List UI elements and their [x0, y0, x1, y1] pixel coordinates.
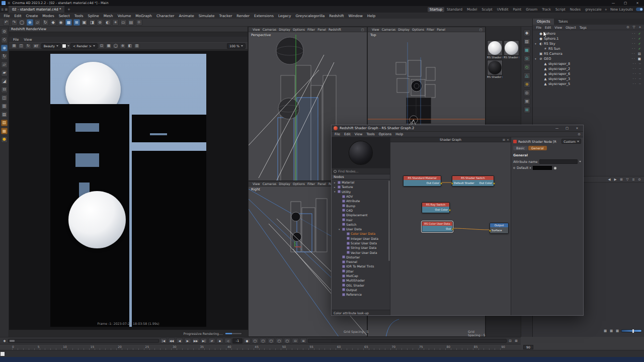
object-tree-row[interactable]: ☀ RS Sun ·· ✓: [533, 46, 644, 51]
object-header-icon[interactable]: +: [637, 25, 642, 30]
renderview-tool-icon[interactable]: ▥: [134, 43, 140, 49]
viewport-menu-item[interactable]: Panel: [436, 28, 447, 31]
menu-item[interactable]: Extensions: [252, 14, 276, 18]
frame-ruler[interactable]: 051015202530354045505560657075808590: [0, 344, 521, 350]
object-state-marks[interactable]: ✓: [638, 37, 641, 41]
layout-toggle[interactable]: [636, 8, 643, 11]
node-tree-item[interactable]: Bump: [332, 203, 390, 208]
shader-menu-item[interactable]: Help: [393, 132, 405, 136]
record-button[interactable]: ◯: [284, 338, 291, 343]
object-tree-row[interactable]: ▲ skyscraper_8 ·· ··: [533, 61, 644, 66]
menu-item[interactable]: Create: [24, 14, 40, 18]
expand-arrow-icon[interactable]: ▾: [339, 228, 341, 231]
viewport-menu-item[interactable]: Options: [411, 28, 426, 31]
transport-button[interactable]: ◀◀: [168, 338, 175, 343]
render-canvas[interactable]: Frame -1: 2023-07-25 18:03:58 (1.99s): [9, 51, 248, 330]
tool-icon[interactable]: ▨: [1, 111, 8, 118]
toolbar-icon[interactable]: ◐: [105, 19, 111, 26]
renderview-tool-icon[interactable]: ↻: [25, 43, 31, 49]
menu-item[interactable]: Edit: [12, 14, 24, 18]
tab-menu-icon[interactable]: ≡: [1, 8, 4, 12]
toolbar-icon[interactable]: ↷: [11, 19, 18, 26]
node-tree-item[interactable]: ▾ Utility: [332, 190, 390, 194]
node-tree-item[interactable]: ▸ Texture: [332, 185, 390, 189]
attribute-name-input[interactable]: [539, 159, 578, 164]
menu-item[interactable]: Help: [365, 14, 377, 18]
menu-item[interactable]: MoGraph: [133, 14, 154, 18]
visibility-toggles[interactable]: ··: [632, 82, 636, 86]
shader-graph-canvas[interactable]: Shader Graph ⊞× RS Standard Material Out…: [390, 137, 511, 315]
material-item[interactable]: RS Shader (: [487, 60, 503, 78]
expand-arrow-icon[interactable]: ▾: [535, 57, 538, 60]
tool-icon[interactable]: ◫: [1, 95, 8, 101]
shader-window-titlebar[interactable]: Redshift Shader Graph - RS Shader Graph.…: [332, 125, 583, 132]
object-state-marks[interactable]: ··: [639, 62, 641, 66]
maximize-button[interactable]: ▢: [563, 126, 571, 130]
object-manager-tab[interactable]: Takes: [554, 19, 572, 25]
expand-arrow-icon[interactable]: ▸: [334, 181, 337, 184]
layout-button[interactable]: greyscale: [583, 7, 604, 12]
object-menu-item[interactable]: File: [534, 26, 543, 29]
find-nodes-input[interactable]: Find Nodes...: [332, 168, 390, 174]
object-header-icon[interactable]: ▽: [631, 25, 636, 30]
end-frame-field[interactable]: 90: [523, 345, 533, 349]
toolbar-icon[interactable]: ⊕: [27, 19, 33, 26]
object-state-marks[interactable]: ■: [638, 57, 641, 61]
node-tree-item[interactable]: IOR To Metal Tints: [332, 264, 390, 268]
viewport-menu-item[interactable]: Filter: [425, 28, 435, 31]
toolbar-icon[interactable]: ▭: [120, 19, 127, 26]
attribute-footer-icon[interactable]: ▦: [603, 328, 608, 333]
viewport-menu-item[interactable]: Cameras: [380, 28, 397, 31]
record-button[interactable]: ◯: [268, 338, 275, 343]
material-thumbnail[interactable]: [504, 40, 519, 56]
visibility-toggles[interactable]: ··: [632, 47, 636, 51]
viewport-menu-item[interactable]: Display: [278, 182, 292, 186]
renderview-tool-icon[interactable]: ◯: [113, 43, 119, 49]
add-layout-icon[interactable]: +: [605, 8, 607, 12]
timeline-end-icon[interactable]: ⊡: [508, 338, 513, 343]
attribute-header-icon[interactable]: ▶: [613, 177, 618, 182]
object-state-marks[interactable]: ··: [639, 67, 641, 71]
zoom-dropdown[interactable]: 100 %: [227, 43, 246, 49]
shader-menu-item[interactable]: View: [353, 132, 365, 136]
close-button[interactable]: ×: [573, 126, 581, 130]
tool-icon[interactable]: ◢: [1, 78, 8, 84]
toolbar-icon[interactable]: ⊛: [97, 19, 103, 26]
record-button[interactable]: ⊞: [300, 338, 307, 343]
timeline-slider[interactable]: [8, 339, 159, 343]
node-tree-item[interactable]: String User Data: [332, 245, 390, 250]
menu-item[interactable]: Character: [154, 14, 177, 18]
object-tree-row[interactable]: ▲ skyscraper_5 ·· ··: [533, 81, 644, 86]
object-menu-item[interactable]: Object: [564, 26, 578, 29]
layout-button[interactable]: UVEdit: [495, 7, 511, 12]
rt-button[interactable]: RT: [32, 43, 40, 49]
toolbar-icon[interactable]: ▤: [128, 19, 134, 26]
toolbar-icon[interactable]: ☼: [136, 19, 142, 26]
layout-button[interactable]: Groom: [524, 7, 539, 12]
object-state-marks[interactable]: ✓: [638, 42, 641, 46]
visibility-toggles[interactable]: ··: [632, 62, 636, 66]
expand-arrow-icon[interactable]: ▾: [334, 190, 337, 193]
transport-button[interactable]: ▶: [184, 338, 191, 343]
object-tree-row[interactable]: ● Sphere ·· ✓: [533, 31, 644, 36]
visibility-toggles[interactable]: ··: [632, 32, 636, 36]
record-button[interactable]: ◯: [252, 338, 259, 343]
add-tab-button[interactable]: +: [65, 8, 72, 12]
node-tree-item[interactable]: Attribute: [332, 199, 390, 203]
mode-icon[interactable]: ⊞: [524, 107, 530, 113]
canvas-close-icon[interactable]: ×: [507, 138, 509, 141]
node-tree-item[interactable]: Vector User Data: [332, 250, 390, 254]
mode-icon[interactable]: ◆: [524, 30, 530, 36]
layout-button[interactable]: Script: [553, 7, 568, 12]
layout-button[interactable]: Nodes: [568, 7, 583, 12]
node-output[interactable]: Output Surface: [490, 223, 509, 234]
menu-item[interactable]: Mesh: [101, 14, 115, 18]
layout-button[interactable]: Sculpt: [479, 7, 494, 12]
viewport-menu-item[interactable]: Panel: [316, 28, 328, 31]
renderview-menu-item[interactable]: File: [11, 38, 21, 42]
visibility-toggles[interactable]: ··: [632, 72, 636, 76]
transport-button[interactable]: |◀: [160, 338, 167, 343]
node-tree-item[interactable]: Integer User Data: [332, 236, 390, 241]
visibility-toggles[interactable]: ··: [632, 37, 636, 41]
toolbar-icon[interactable]: ▦: [65, 19, 72, 26]
